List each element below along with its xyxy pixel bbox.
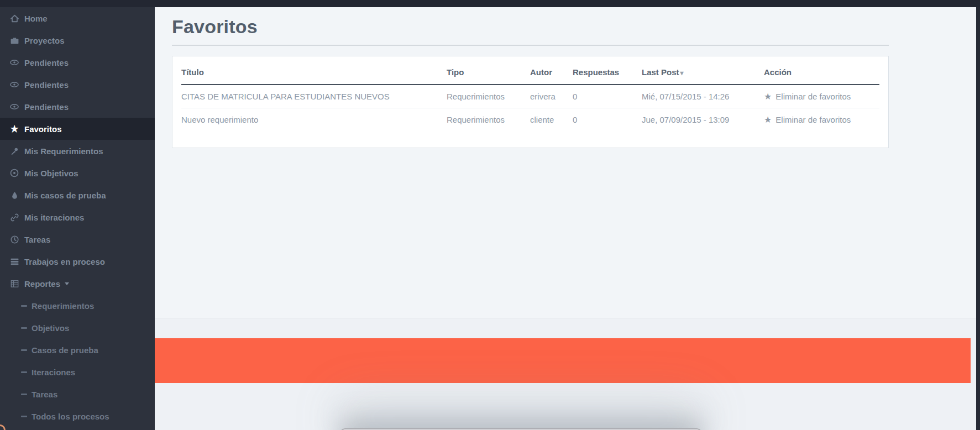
favorites-table: Título Tipo Autor Respuestas Last Post▾ …	[181, 56, 879, 131]
sidebar-item-mis-objetivos[interactable]: Mis Objetivos	[0, 162, 155, 184]
sidebar-subitem-casos-de-prueba[interactable]: Casos de prueba	[0, 339, 155, 361]
eye-icon	[9, 57, 19, 67]
sidebar-item-pendientes-1[interactable]: Pendientes	[0, 51, 155, 74]
eye-icon	[9, 80, 19, 90]
sidebar-item-label: Pendientes	[24, 102, 69, 112]
favorites-table-card: Título Tipo Autor Respuestas Last Post▾ …	[172, 56, 889, 148]
briefcase-icon	[9, 35, 19, 45]
sidebar-item-label: Trabajos en proceso	[24, 257, 105, 266]
dash-icon	[21, 349, 27, 351]
sidebar-item-label: Mis Objetivos	[24, 169, 78, 178]
home-icon	[9, 13, 19, 23]
sidebar-subitem-iteraciones[interactable]: Iteraciones	[0, 361, 155, 383]
sidebar-item-proyectos[interactable]: Proyectos	[0, 29, 155, 51]
sidebar-item-mis-casos-de-prueba[interactable]: Mis casos de prueba	[0, 184, 155, 206]
column-header-accion: Acción	[764, 56, 879, 85]
table-row: CITAS DE MATRICULA PARA ESTUDIANTES NUEV…	[181, 85, 879, 108]
row-respuestas: 0	[573, 85, 642, 108]
sidebar-item-label: Home	[24, 14, 48, 23]
tasks-icon	[9, 256, 19, 266]
chevron-down-icon	[65, 282, 69, 285]
sidebar-subitem-label: Iteraciones	[32, 368, 75, 377]
eye-icon	[9, 102, 19, 112]
row-last-post: Mié, 07/15/2015 - 14:26	[642, 85, 764, 108]
sidebar-subitem-label: Todos los procesos	[32, 412, 109, 421]
dash-icon	[21, 305, 27, 307]
remove-favorite-link[interactable]: ★Eliminar de favoritos	[764, 92, 851, 101]
star-icon: ★	[764, 92, 772, 101]
sidebar-item-label: Pendientes	[24, 58, 69, 67]
dash-icon	[21, 327, 27, 329]
star-icon: ★	[764, 115, 772, 124]
table-row: Nuevo requerimiento Requerimientos clien…	[181, 108, 879, 132]
sidebar-item-reportes[interactable]: Reportes	[0, 272, 155, 295]
sidebar-item-label: Tareas	[24, 235, 50, 244]
column-header-titulo[interactable]: Título	[181, 56, 447, 85]
table-icon	[9, 279, 19, 289]
link-icon	[9, 212, 19, 222]
sidebar-subitem-label: Casos de prueba	[32, 345, 98, 355]
sidebar-item-label: Mis iteraciones	[24, 213, 84, 222]
table-header-row: Título Tipo Autor Respuestas Last Post▾ …	[181, 56, 879, 85]
page-title: Favoritos	[172, 16, 976, 38]
sidebar-item-label: Mis casos de prueba	[24, 191, 106, 200]
row-tipo: Requerimientos	[447, 85, 530, 108]
dash-icon	[21, 394, 27, 395]
clock-icon	[9, 234, 19, 244]
sidebar: Home Proyectos Pendientes Pendientes Pen…	[0, 7, 155, 430]
bullseye-icon	[9, 168, 19, 178]
sidebar-item-label: Mis Requerimientos	[24, 146, 103, 156]
sidebar-subitem-label: Requerimientos	[32, 301, 94, 311]
row-respuestas: 0	[573, 108, 642, 132]
sidebar-subitem-tareas[interactable]: Tareas	[0, 383, 155, 405]
sidebar-item-pendientes-2[interactable]: Pendientes	[0, 74, 155, 96]
column-header-respuestas[interactable]: Respuestas	[573, 56, 642, 85]
sidebar-item-label: Proyectos	[24, 36, 65, 45]
sidebar-item-mis-iteraciones[interactable]: Mis iteraciones	[0, 206, 155, 228]
row-tipo: Requerimientos	[447, 108, 530, 132]
row-titulo-link[interactable]: Nuevo requerimiento	[181, 108, 447, 132]
sidebar-subitem-requerimientos[interactable]: Requerimientos	[0, 295, 155, 317]
right-dark-strip	[976, 0, 980, 430]
sidebar-item-pendientes-3[interactable]: Pendientes	[0, 96, 155, 118]
column-header-tipo[interactable]: Tipo	[447, 56, 530, 85]
pushpin-icon	[9, 146, 19, 156]
sidebar-item-label: Reportes	[24, 279, 60, 289]
dash-icon	[21, 416, 27, 417]
remove-favorite-link[interactable]: ★Eliminar de favoritos	[764, 115, 851, 124]
sidebar-subitem-objetivos[interactable]: Objetivos	[0, 317, 155, 339]
orange-banner	[155, 338, 971, 383]
row-titulo-link[interactable]: CITAS DE MATRICULA PARA ESTUDIANTES NUEV…	[181, 85, 447, 108]
sidebar-item-label: Pendientes	[24, 80, 69, 90]
droplet-icon	[9, 190, 19, 200]
column-header-autor[interactable]: Autor	[530, 56, 573, 85]
sidebar-subitem-label: Tareas	[32, 390, 57, 399]
column-header-last-post[interactable]: Last Post▾	[642, 56, 764, 85]
dash-icon	[21, 371, 27, 373]
row-last-post: Jue, 07/09/2015 - 13:09	[642, 108, 764, 132]
sidebar-item-mis-requerimientos[interactable]: Mis Requerimientos	[0, 140, 155, 162]
main-content: Favoritos Título Tipo Autor Respuestas L…	[155, 7, 976, 430]
star-icon: ★	[9, 124, 19, 134]
row-autor: cliente	[530, 108, 573, 132]
sidebar-subitem-label: Objetivos	[32, 323, 69, 333]
sidebar-item-tareas[interactable]: Tareas	[0, 228, 155, 250]
sort-desc-icon: ▾	[680, 69, 684, 77]
title-divider	[172, 45, 889, 45]
sidebar-item-label: Favoritos	[24, 124, 62, 134]
sidebar-item-trabajos-en-proceso[interactable]: Trabajos en proceso	[0, 250, 155, 272]
top-bar	[0, 0, 980, 7]
sidebar-subitem-todos-los-procesos[interactable]: Todos los procesos	[0, 405, 155, 427]
sidebar-item-home[interactable]: Home	[0, 7, 155, 29]
sidebar-item-favoritos[interactable]: ★ Favoritos	[0, 118, 155, 140]
row-autor: erivera	[530, 85, 573, 108]
